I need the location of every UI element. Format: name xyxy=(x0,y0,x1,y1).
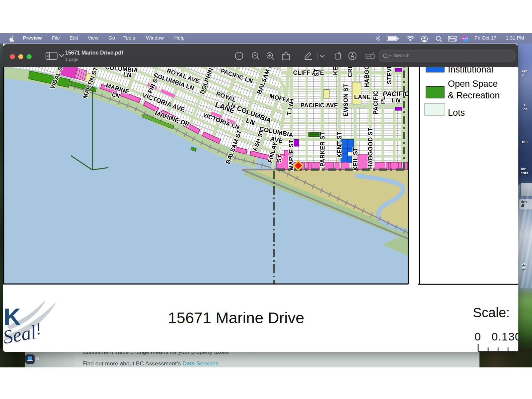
svg-text:i: i xyxy=(238,54,240,59)
svg-text:LN: LN xyxy=(391,96,400,104)
svg-text:HABGOOD ST: HABGOOD ST xyxy=(367,128,374,169)
svg-text:CRE: CRE xyxy=(347,67,353,77)
svg-text:KEIL ST: KEIL ST xyxy=(352,147,359,171)
svg-text:PACIFIC AVE: PACIFIC AVE xyxy=(301,102,338,109)
svg-text:KENT ST: KENT ST xyxy=(336,132,343,158)
svg-text:KE: KE xyxy=(332,67,339,75)
svg-text:LN: LN xyxy=(123,71,132,78)
svg-text:HABGO: HABGO xyxy=(363,67,370,87)
svg-text:Open Space: Open Space xyxy=(448,79,498,89)
svg-text:STEVE: STEVE xyxy=(386,67,393,84)
svg-text:ST: ST xyxy=(313,68,320,76)
svg-text:Institutional: Institutional xyxy=(448,67,493,74)
svg-text:PARKER ST: PARKER ST xyxy=(319,132,326,167)
svg-text:PACIFIC: PACIFIC xyxy=(372,90,379,114)
svg-text:& Recreation: & Recreation xyxy=(448,90,500,100)
svg-text:EWSON ST: EWSON ST xyxy=(342,84,349,116)
svg-text:PL: PL xyxy=(380,96,386,104)
svg-text:LANE: LANE xyxy=(354,94,371,100)
svg-text:Lots: Lots xyxy=(448,108,465,118)
